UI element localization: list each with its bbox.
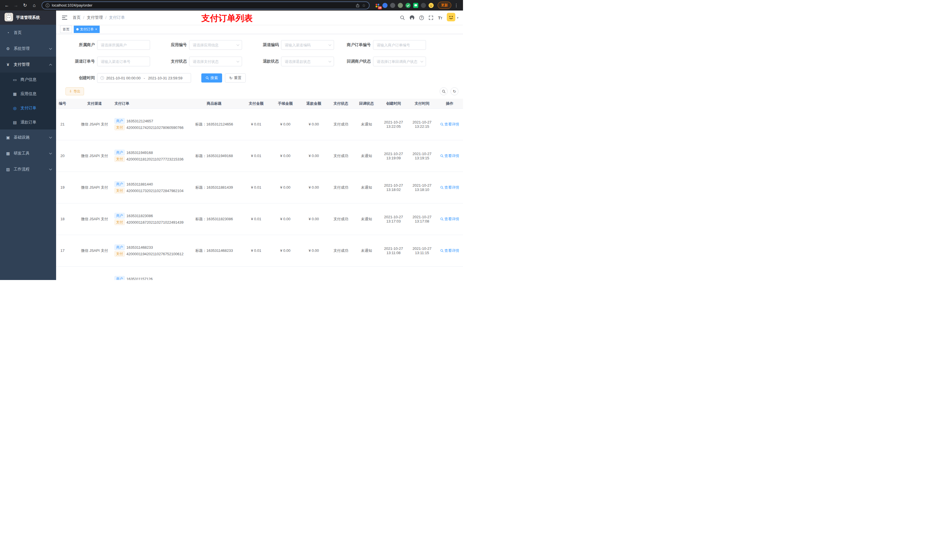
channel-order-no-field[interactable] [97, 57, 150, 66]
navbar-right: ? TT ▾ [400, 13, 458, 23]
sidebar-item-label: 工作流程 [14, 167, 30, 172]
app-no-select[interactable] [189, 40, 242, 50]
download-icon: ⇩ [69, 89, 72, 93]
extension-dots-icon[interactable]: 10 [375, 3, 380, 8]
app-logo[interactable]: 芋道管理系统 [0, 11, 56, 25]
browser-back-icon[interactable]: ← [3, 2, 11, 9]
sidebar-item-system[interactable]: ⚙ 系统管理 [0, 41, 56, 57]
merchant-input[interactable] [97, 40, 150, 50]
order-id: 17 [56, 235, 77, 266]
col-pay-order: 支付订单 [112, 99, 187, 109]
view-detail-link[interactable]: 查看详情 [440, 153, 459, 158]
view-detail-link[interactable]: 查看详情 [440, 248, 459, 253]
sidebar-item-infra[interactable]: ▣ 基础设施 [0, 130, 56, 145]
toggle-search-icon[interactable] [440, 88, 448, 95]
tab-pay-order[interactable]: 支付订单 × [74, 26, 100, 33]
tab-home[interactable]: 首页 [60, 26, 72, 33]
merchant-select[interactable] [97, 40, 150, 50]
extension-green-check-icon[interactable] [406, 3, 411, 8]
chevron-down-icon: ▾ [457, 16, 458, 20]
share-icon[interactable] [356, 3, 360, 8]
pay-status-select[interactable] [189, 57, 242, 66]
extensions-puzzle-icon[interactable] [421, 3, 426, 8]
filter-form: 所属商户 应用编号 [56, 40, 463, 83]
create-time-range-picker[interactable]: 2021-10-01 00:00:00 - 2021-10-31 23:59:5… [97, 73, 191, 83]
sidebar-item-devtools[interactable]: ▩ 研发工具 [0, 145, 56, 162]
col-refund: 退款金额 [300, 99, 328, 109]
sidebar-item-workflow[interactable]: ▨ 工作流程 [0, 162, 56, 177]
github-icon[interactable] [410, 15, 415, 20]
extension-dark-icon[interactable] [390, 3, 395, 8]
breadcrumb-pay[interactable]: 支付管理 [87, 15, 103, 20]
extension-drop-icon[interactable] [383, 3, 387, 8]
close-icon[interactable]: × [95, 27, 97, 31]
created-time: 2021-10-27 13:18:02 [379, 172, 408, 203]
channel-order-no-input[interactable] [97, 57, 150, 66]
sidebar-item-pay[interactable]: ¥ 支付管理 [0, 57, 56, 72]
fullscreen-icon[interactable] [428, 15, 433, 20]
view-detail-link[interactable]: 查看详情 [440, 185, 459, 190]
sidebar-item-home[interactable]: ◔ 首页 [0, 25, 56, 41]
extension-chat-icon[interactable] [413, 3, 418, 8]
app-no-input[interactable] [189, 40, 242, 50]
refund-amount: ¥ 0.00 [300, 203, 328, 235]
browser-menu-icon[interactable]: ⋮ [452, 3, 460, 8]
filter-label: 渠道编码 [242, 42, 281, 48]
refund-status-select[interactable] [281, 57, 334, 66]
breadcrumb-home[interactable]: 首页 [73, 15, 80, 20]
extension-strip: 10 [373, 3, 436, 8]
merchant-order-no-input[interactable] [373, 40, 426, 50]
merchant-order-no: 1635311881440 [126, 182, 153, 186]
refresh-table-icon[interactable]: ↻ [451, 88, 458, 95]
page-annotation: 支付订单列表 [201, 12, 253, 24]
sidebar-item-label: 系统管理 [14, 46, 30, 51]
extension-olive-icon[interactable] [398, 3, 403, 8]
filter-label: 渠道订单号 [58, 59, 97, 64]
refund-amount [300, 266, 328, 280]
view-detail-link[interactable]: 查看详情 [440, 217, 459, 222]
refresh-icon: ↻ [229, 76, 233, 80]
export-button[interactable]: ⇩ 导出 [65, 88, 84, 95]
reset-button[interactable]: ↻ 重置 [225, 73, 246, 83]
browser-home-icon[interactable]: ⌂ [30, 2, 38, 9]
filter-label: 商户订单编号 [334, 42, 373, 48]
merchant-order-no-field[interactable] [373, 40, 426, 50]
search-icon[interactable] [400, 15, 405, 20]
hamburger-icon[interactable] [61, 14, 69, 21]
bookmark-star-icon[interactable]: ☆ [362, 3, 366, 8]
sidebar-item-label: 商户信息 [21, 77, 36, 82]
pay-tag: 支付 [115, 219, 125, 225]
url-bar[interactable]: localhost:1024/pay/order ☆ [42, 2, 369, 9]
site-info-icon[interactable] [45, 3, 50, 8]
sidebar-item-refund-order[interactable]: ▤ 退款订单 [0, 115, 56, 130]
merchant-tag: 商户 [115, 245, 125, 250]
sidebar-item-app-info[interactable]: ▦ 应用信息 [0, 87, 56, 101]
sidebar-item-merchant-info[interactable]: ▭ 商户信息 [0, 72, 56, 87]
font-size-icon[interactable]: TT [438, 15, 442, 20]
search-button[interactable]: 搜索 [201, 73, 222, 83]
channel-code-input[interactable] [281, 40, 334, 50]
view-detail-link[interactable]: 查看详情 [440, 122, 459, 127]
pay-status-input[interactable] [189, 57, 242, 66]
user-menu[interactable]: ▾ [447, 13, 458, 23]
sidebar-item-pay-order[interactable]: ◎ 支付订单 [0, 101, 56, 115]
actions-cell: 查看详情 [436, 172, 463, 203]
help-icon[interactable]: ? [419, 15, 424, 20]
pay-amount: ¥ 0.01 [241, 109, 271, 140]
tools-icon: ▩ [6, 151, 10, 155]
browser-forward-icon[interactable]: → [12, 2, 20, 9]
date-separator: - [144, 76, 145, 80]
notify-status-select[interactable] [373, 57, 426, 66]
pay-tag: 支付 [115, 156, 125, 162]
notify-status: 未通知 [354, 140, 379, 172]
url-text[interactable]: localhost:1024/pay/order [52, 3, 353, 8]
browser-update-button[interactable]: 更新 [438, 2, 451, 9]
pay-submenu: ▭ 商户信息 ▦ 应用信息 ◎ 支付订单 ▤ 退款订单 [0, 72, 56, 130]
browser-reload-icon[interactable]: ↻ [21, 2, 29, 9]
channel-code-select[interactable] [281, 40, 334, 50]
document-icon: ▤ [12, 120, 17, 125]
sidebar-item-label: 支付订单 [21, 106, 36, 111]
refund-status-input[interactable] [281, 57, 334, 66]
notify-status-input[interactable] [373, 57, 426, 66]
profile-avatar-icon[interactable] [428, 3, 434, 8]
